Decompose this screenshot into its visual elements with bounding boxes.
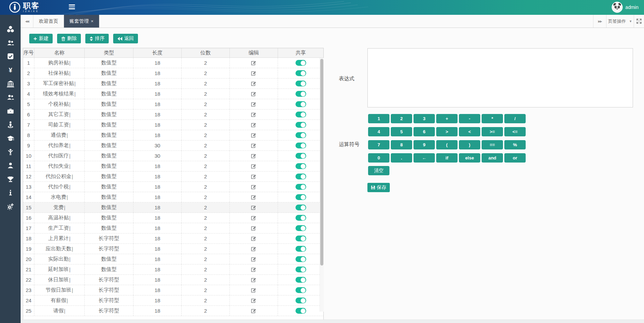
share-toggle[interactable] (296, 246, 306, 252)
edit-icon[interactable] (251, 60, 256, 65)
table-row[interactable]: 24有薪假|长字符型182 (23, 295, 323, 306)
sidebar-item-user-10[interactable] (0, 159, 21, 173)
close-tab-icon[interactable]: × (91, 19, 94, 24)
table-scrollbar-thumb[interactable] (320, 59, 323, 265)
edit-icon[interactable] (251, 246, 256, 251)
table-row[interactable]: 22休日加班|长字符型182 (23, 275, 323, 285)
share-toggle[interactable] (296, 122, 306, 128)
operator-key[interactable]: + (436, 114, 458, 123)
share-toggle[interactable] (296, 205, 306, 210)
sidebar-item-briefcase-6[interactable] (0, 104, 21, 118)
table-row[interactable]: 12代扣公积金|数值型182 (23, 171, 323, 182)
sidebar-item-cogs-13[interactable] (0, 200, 21, 213)
edit-icon[interactable] (251, 71, 256, 76)
tab-0[interactable]: 欢迎首页 (33, 15, 64, 28)
table-row[interactable]: 8通信费|数值型182 (23, 130, 323, 140)
share-toggle[interactable] (296, 256, 306, 262)
share-toggle[interactable] (296, 308, 306, 314)
sidebar-item-cubes-0[interactable] (0, 22, 21, 36)
sidebar-item-yen-3[interactable]: ¥ (0, 63, 21, 77)
edit-icon[interactable] (251, 133, 256, 138)
edit-icon[interactable] (251, 298, 256, 303)
plus-toolbar-button[interactable]: 新建 (29, 34, 53, 43)
share-toggle[interactable] (296, 101, 306, 107)
operator-key[interactable]: 1 (368, 114, 389, 123)
operator-key[interactable]: ← (414, 153, 435, 163)
operator-key[interactable]: ( (436, 140, 458, 149)
edit-icon[interactable] (251, 184, 256, 189)
share-toggle[interactable] (296, 163, 306, 169)
edit-icon[interactable] (251, 236, 256, 241)
edit-icon[interactable] (251, 164, 256, 169)
share-toggle[interactable] (296, 225, 306, 231)
operator-key[interactable]: * (482, 114, 503, 123)
tabs-scroll-left-icon[interactable]: ◀◀ (21, 15, 33, 28)
share-toggle[interactable] (296, 215, 306, 221)
table-row[interactable]: 9代扣养老|数值型302 (23, 140, 323, 151)
operator-key[interactable]: == (482, 140, 503, 149)
operator-key[interactable]: ) (459, 140, 480, 149)
sidebar-item-street-view-7[interactable] (0, 118, 21, 132)
sidebar-item-trophy-11[interactable] (0, 173, 21, 186)
table-row[interactable]: 13代扣个税|数值型182 (23, 182, 323, 192)
operator-key[interactable]: < (459, 127, 480, 136)
table-row[interactable]: 1购房补贴|数值型182 (23, 58, 323, 68)
share-toggle[interactable] (296, 153, 306, 159)
edit-icon[interactable] (251, 153, 256, 158)
operator-key[interactable]: 9 (414, 140, 435, 149)
save-button[interactable]: 保存 (367, 183, 390, 192)
edit-icon[interactable] (251, 195, 256, 200)
operator-key[interactable]: and (482, 153, 503, 163)
sidebar-item-child-9[interactable] (0, 145, 21, 159)
avatar[interactable] (612, 2, 623, 13)
operator-key[interactable]: or (504, 153, 526, 163)
operator-key[interactable]: else (459, 153, 480, 163)
share-toggle[interactable] (296, 267, 306, 272)
operator-key[interactable]: >= (482, 127, 503, 136)
expression-textarea[interactable] (367, 48, 633, 107)
table-row[interactable]: 10代扣医疗|数值型302 (23, 151, 323, 161)
clear-button[interactable]: 清空 (368, 166, 389, 175)
sidebar-item-graduation-cap-8[interactable] (0, 132, 21, 145)
operator-key[interactable]: 4 (368, 127, 389, 136)
share-toggle[interactable] (296, 60, 306, 66)
tab-1[interactable]: 账套管理× (64, 15, 99, 28)
share-toggle[interactable] (296, 112, 306, 117)
operator-key[interactable]: 0 (368, 153, 389, 163)
edit-icon[interactable] (251, 102, 256, 107)
table-row[interactable]: 15党费|数值型182 (23, 202, 323, 213)
edit-icon[interactable] (251, 205, 256, 210)
sidebar-item-info-12[interactable] (0, 186, 21, 200)
share-toggle[interactable] (296, 70, 306, 76)
edit-icon[interactable] (251, 112, 256, 117)
operator-key[interactable]: <= (504, 127, 526, 136)
share-toggle[interactable] (296, 143, 306, 148)
share-toggle[interactable] (296, 194, 306, 200)
operator-key[interactable]: 5 (391, 127, 412, 136)
table-row[interactable]: 18上月累计|长字符型182 (23, 233, 323, 244)
operator-key[interactable]: / (504, 114, 526, 123)
share-toggle[interactable] (296, 277, 306, 283)
edit-icon[interactable] (251, 257, 256, 262)
table-row[interactable]: 3军工保密补贴|数值型182 (23, 79, 323, 89)
operator-key[interactable]: 8 (391, 140, 412, 149)
operator-key[interactable]: 7 (368, 140, 389, 149)
edit-icon[interactable] (251, 267, 256, 272)
edit-icon[interactable] (251, 277, 256, 282)
sidebar-item-users-1[interactable] (0, 36, 21, 50)
edit-icon[interactable] (251, 174, 256, 179)
table-row[interactable]: 11代扣失业|数值型182 (23, 161, 323, 171)
operator-key[interactable]: % (504, 140, 526, 149)
edit-icon[interactable] (251, 308, 256, 313)
table-row[interactable]: 21延时加班|数值型182 (23, 264, 323, 275)
table-row[interactable]: 5个税补贴|数值型182 (23, 99, 323, 110)
share-toggle[interactable] (296, 174, 306, 179)
edit-icon[interactable] (251, 143, 256, 148)
tabs-scroll-right-icon[interactable]: ▶▶ (593, 15, 606, 28)
table-row[interactable]: 25请假|长字符型182 (23, 306, 323, 316)
table-row[interactable]: 20实际出勤|数值型182 (23, 254, 323, 264)
trash-toolbar-button[interactable]: 删除 (57, 34, 81, 43)
sort-toolbar-button[interactable]: 排序 (85, 34, 109, 43)
operator-key[interactable]: 6 (414, 127, 435, 136)
operator-key[interactable]: . (391, 153, 412, 163)
